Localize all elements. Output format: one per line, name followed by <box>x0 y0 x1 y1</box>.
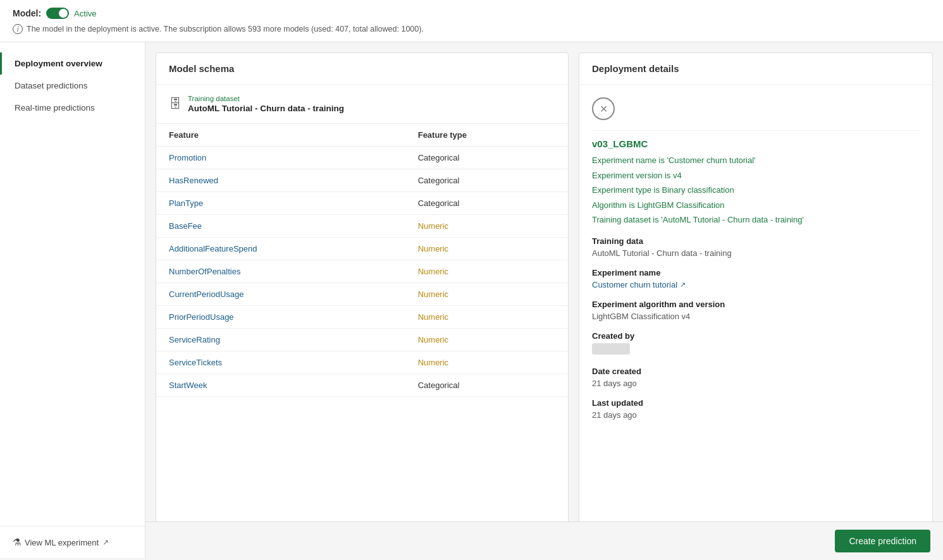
feature-type-cell: Categorical <box>405 169 568 192</box>
table-row: ServiceRatingNumeric <box>156 329 568 351</box>
feature-name-cell: Promotion <box>156 147 405 169</box>
training-dataset-label: Training dataset <box>188 95 344 102</box>
feature-name-cell: StartWeek <box>156 374 405 397</box>
sidebar-item-dataset-predictions[interactable]: Dataset predictions <box>0 75 145 97</box>
avatar <box>592 343 630 355</box>
schema-card-title: Model schema <box>156 53 568 85</box>
experiment-algo-value: LightGBM Classification v4 <box>592 312 920 321</box>
details-card-title: Deployment details <box>579 53 932 85</box>
feature-type-cell: Numeric <box>405 260 568 283</box>
sidebar-item-real-time-predictions[interactable]: Real-time predictions <box>0 97 145 119</box>
training-data-section: Training data AutoML Tutorial - Churn da… <box>592 236 920 258</box>
table-row: PlanTypeCategorical <box>156 192 568 215</box>
last-updated-section: Last updated 21 days ago <box>592 398 920 420</box>
detail-line: Experiment type is Binary classification <box>592 184 920 197</box>
feature-name-cell: PriorPeriodUsage <box>156 306 405 329</box>
features-table: Feature Feature type PromotionCategorica… <box>156 124 568 397</box>
create-prediction-button[interactable]: Create prediction <box>835 530 930 552</box>
feature-name-cell: AdditionalFeatureSpend <box>156 238 405 260</box>
model-label: Model: <box>13 8 41 18</box>
table-row: AdditionalFeatureSpendNumeric <box>156 238 568 260</box>
external-link-icon: ↗ <box>102 538 109 547</box>
model-toggle[interactable] <box>46 8 69 19</box>
feature-name-cell: ServiceTickets <box>156 351 405 374</box>
detail-line: Algorithm is LightGBM Classification <box>592 199 920 212</box>
table-row: BaseFeeNumeric <box>156 215 568 238</box>
model-icon: ✕ <box>592 97 615 120</box>
details-card: Deployment details ✕ v03_LGBMC Experimen… <box>579 52 933 548</box>
table-row: StartWeekCategorical <box>156 374 568 397</box>
table-row: ServiceTicketsNumeric <box>156 351 568 374</box>
feature-type-cell: Numeric <box>405 283 568 306</box>
experiment-algo-section: Experiment algorithm and version LightGB… <box>592 300 920 321</box>
model-status-text: Active <box>74 9 96 18</box>
sidebar-item-deployment-overview[interactable]: Deployment overview <box>0 52 145 75</box>
training-data-value: AutoML Tutorial - Churn data - training <box>592 248 920 258</box>
feature-name-cell: NumberOfPenalties <box>156 260 405 283</box>
experiment-name-value[interactable]: Customer churn tutorial ↗ <box>592 280 920 289</box>
feature-name-cell: ServiceRating <box>156 329 405 351</box>
experiment-name-section: Experiment name Customer churn tutorial … <box>592 268 920 289</box>
bottom-bar: Create prediction <box>145 521 943 560</box>
table-row: CurrentPeriodUsageNumeric <box>156 283 568 306</box>
info-message: The model in the deployment is active. T… <box>27 25 424 33</box>
detail-line: Experiment version is v4 <box>592 169 920 182</box>
table-row: HasRenewedCategorical <box>156 169 568 192</box>
database-icon: 🗄 <box>169 97 182 111</box>
feature-type-col-header: Feature type <box>405 124 568 147</box>
table-row: NumberOfPenaltiesNumeric <box>156 260 568 283</box>
last-updated-value: 21 days ago <box>592 410 920 420</box>
feature-name-cell: HasRenewed <box>156 169 405 192</box>
feature-name-cell: BaseFee <box>156 215 405 238</box>
date-created-section: Date created 21 days ago <box>592 367 920 388</box>
created-by-section: Created by <box>592 331 920 356</box>
table-row: PromotionCategorical <box>156 147 568 169</box>
feature-type-cell: Categorical <box>405 147 568 169</box>
flask-icon: ⚗ <box>13 537 21 548</box>
view-ml-experiment-link[interactable]: ⚗ View ML experiment ↗ <box>13 537 132 548</box>
feature-type-cell: Numeric <box>405 351 568 374</box>
feature-name-cell: PlanType <box>156 192 405 215</box>
table-row: PriorPeriodUsageNumeric <box>156 306 568 329</box>
model-name: v03_LGBMC <box>592 138 920 149</box>
info-icon: i <box>13 24 23 34</box>
feature-type-cell: Numeric <box>405 238 568 260</box>
external-link-icon-2: ↗ <box>680 281 686 289</box>
feature-type-cell: Categorical <box>405 192 568 215</box>
date-created-value: 21 days ago <box>592 379 920 388</box>
training-dataset-section: 🗄 Training dataset AutoML Tutorial - Chu… <box>156 85 568 124</box>
training-dataset-name: AutoML Tutorial - Churn data - training <box>188 104 344 113</box>
detail-line: Training dataset is 'AutoML Tutorial - C… <box>592 214 920 226</box>
feature-col-header: Feature <box>156 124 405 147</box>
feature-type-cell: Numeric <box>405 215 568 238</box>
feature-type-cell: Categorical <box>405 374 568 397</box>
feature-type-cell: Numeric <box>405 306 568 329</box>
schema-card: Model schema 🗄 Training dataset AutoML T… <box>156 52 569 548</box>
feature-name-cell: CurrentPeriodUsage <box>156 283 405 306</box>
detail-line: Experiment name is 'Customer churn tutor… <box>592 154 920 167</box>
feature-type-cell: Numeric <box>405 329 568 351</box>
